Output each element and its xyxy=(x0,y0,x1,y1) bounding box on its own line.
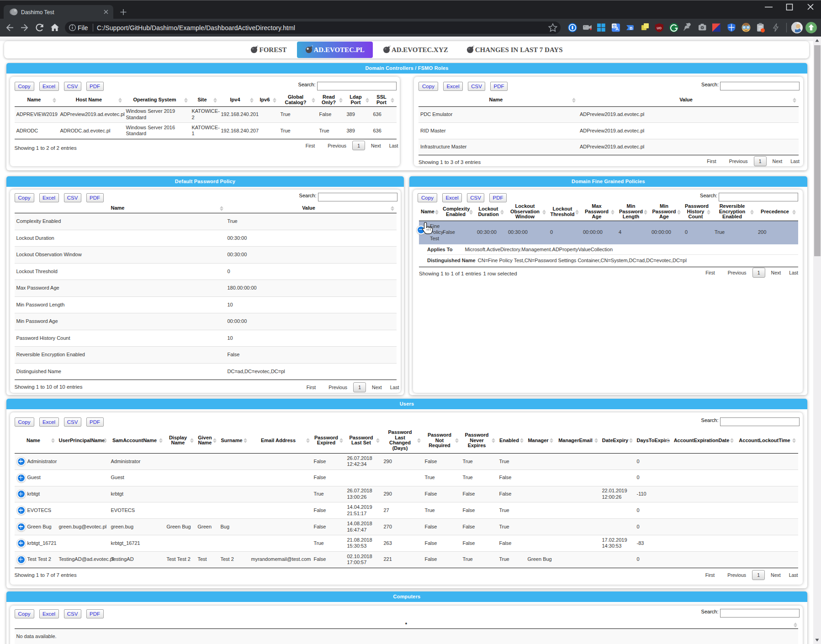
svg-text:UO: UO xyxy=(657,26,662,30)
svg-text:B: B xyxy=(630,26,633,31)
